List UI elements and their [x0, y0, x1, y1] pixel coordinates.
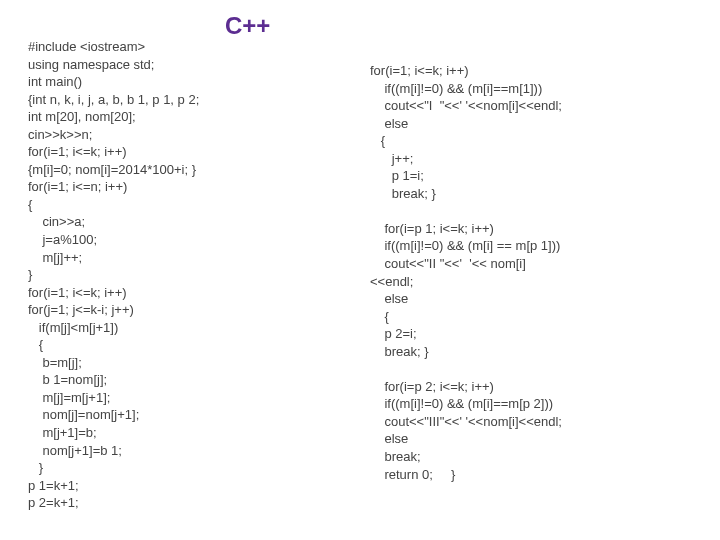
- code-right-column: for(i=1; i<=k; i++) if((m[i]!=0) && (m[i…: [370, 62, 562, 483]
- code-left-column: #include <iostream> using namespace std;…: [28, 38, 199, 512]
- slide-title: C++: [225, 12, 270, 40]
- code-slide: C++ #include <iostream> using namespace …: [0, 0, 720, 540]
